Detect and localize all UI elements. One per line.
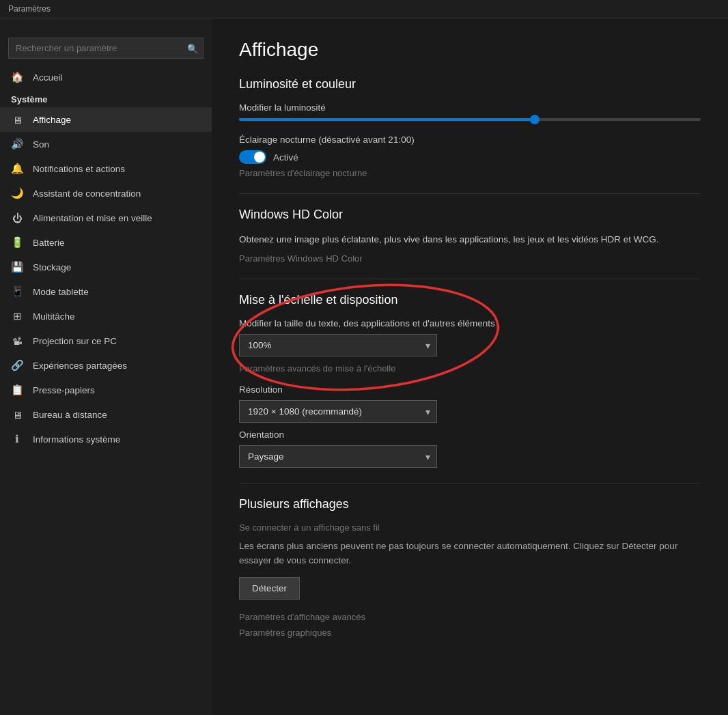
sidebar: 🔍 🏠 Accueil Système 🖥 Affichage 🔊 Son 🔔 …	[0, 18, 212, 715]
sidebar-item-projection[interactable]: 📽 Projection sur ce PC	[0, 328, 212, 353]
remote-icon: 🖥	[11, 408, 23, 421]
sidebar-item-presse[interactable]: 📋 Presse-papiers	[0, 378, 212, 402]
sidebar-item-affichage[interactable]: 🖥 Affichage	[0, 107, 212, 132]
search-icon: 🔍	[187, 43, 198, 53]
storage-icon: 💾	[11, 261, 23, 273]
taille-select-wrapper: 100% 125% 150% 175% ▾	[239, 334, 437, 356]
sidebar-notifications-label: Notifications et actions	[33, 164, 125, 174]
tablet-icon: 📱	[11, 285, 23, 298]
sidebar-informations-label: Informations système	[33, 434, 120, 445]
sidebar-header	[0, 18, 212, 35]
main-content: Affichage Luminosité et couleur Modifier…	[212, 18, 728, 715]
sidebar-presse-label: Presse-papiers	[33, 385, 95, 395]
sound-icon: 🔊	[11, 138, 23, 150]
sidebar-alimentation-label: Alimentation et mise en veille	[33, 213, 152, 223]
parametres-avances-link[interactable]: Paramètres avancés de mise à l'échelle	[239, 363, 701, 374]
sidebar-batterie-label: Batterie	[33, 238, 65, 248]
sidebar-item-stockage[interactable]: 💾 Stockage	[0, 255, 212, 279]
moon-icon: 🌙	[11, 187, 23, 199]
home-icon: 🏠	[11, 71, 23, 83]
display-icon: 🖥	[11, 113, 23, 126]
section-hd-title: Windows HD Color	[239, 208, 701, 222]
sidebar-projection-label: Projection sur ce PC	[33, 336, 117, 346]
sidebar-affichage-label: Affichage	[33, 115, 71, 125]
page-title: Affichage	[239, 39, 701, 61]
section-echelle-title: Mise à l'échelle et disposition	[239, 293, 701, 307]
section-luminosite: Luminosité et couleur Modifier la lumino…	[239, 77, 701, 178]
parametres-eclairage-link[interactable]: Paramètres d'éclairage nocturne	[239, 168, 701, 178]
multitask-icon: ⊞	[11, 310, 23, 322]
sidebar-section-label: Système	[0, 87, 212, 107]
sidebar-item-informations[interactable]: ℹ Informations système	[0, 427, 212, 451]
sidebar-item-bureau[interactable]: 🖥 Bureau à distance	[0, 402, 212, 427]
sidebar-item-assistant[interactable]: 🌙 Assistant de concentration	[0, 181, 212, 206]
connecter-label[interactable]: Se connecter à un affichage sans fil	[239, 522, 701, 533]
eclairage-label: Éclairage nocturne (désactivé avant 21:0…	[239, 135, 701, 145]
section-echelle: Mise à l'échelle et disposition Modifier…	[239, 293, 701, 468]
sidebar-item-notifications[interactable]: 🔔 Notifications et actions	[0, 156, 212, 181]
taille-label: Modifier la taille du texte, des applica…	[239, 318, 701, 328]
orientation-select-wrapper: Paysage Portrait Paysage (renversé) Port…	[239, 445, 437, 468]
battery-icon: 🔋	[11, 236, 23, 249]
title-bar-label: Paramètres	[8, 4, 51, 14]
parametres-affichage-link[interactable]: Paramètres d'affichage avancés	[239, 612, 701, 622]
sidebar-item-son[interactable]: 🔊 Son	[0, 132, 212, 156]
orientation-select[interactable]: Paysage Portrait Paysage (renversé) Port…	[239, 445, 437, 468]
parametres-hd-link[interactable]: Paramètres Windows HD Color	[239, 253, 701, 264]
resolution-select-wrapper: 1920 × 1080 (recommandé) 1600 × 900 1280…	[239, 400, 437, 423]
sidebar-assistant-label: Assistant de concentration	[33, 188, 141, 199]
section-multi-title: Plusieurs affichages	[239, 497, 701, 511]
multi-description: Les écrans plus anciens peuvent ne pas t…	[239, 539, 701, 567]
projection-icon: 📽	[11, 335, 23, 347]
power-icon: ⏻	[11, 212, 23, 224]
info-icon: ℹ	[11, 433, 23, 445]
orientation-label: Orientation	[239, 430, 701, 440]
sidebar-experiences-label: Expériences partagées	[33, 361, 127, 371]
sidebar-item-batterie[interactable]: 🔋 Batterie	[0, 230, 212, 255]
section-multi-affichage: Plusieurs affichages Se connecter à un a…	[239, 497, 701, 638]
title-bar: Paramètres	[0, 0, 728, 18]
sidebar-item-tablette[interactable]: 📱 Mode tablette	[0, 279, 212, 304]
sidebar-item-home[interactable]: 🏠 Accueil	[0, 67, 212, 87]
section-luminosite-title: Luminosité et couleur	[239, 77, 701, 92]
sidebar-stockage-label: Stockage	[33, 262, 71, 272]
resolution-label: Résolution	[239, 384, 701, 395]
notification-icon: 🔔	[11, 163, 23, 175]
slider-label: Modifier la luminosité	[239, 102, 701, 113]
share-icon: 🔗	[11, 359, 23, 371]
search-box: 🔍	[8, 38, 204, 59]
detecter-button[interactable]: Détecter	[239, 577, 300, 600]
sidebar-item-multitache[interactable]: ⊞ Multitâche	[0, 304, 212, 328]
sidebar-son-label: Son	[33, 139, 49, 150]
taille-select[interactable]: 100% 125% 150% 175%	[239, 334, 437, 356]
clipboard-icon: 📋	[11, 384, 23, 396]
sidebar-item-alimentation[interactable]: ⏻ Alimentation et mise en veille	[0, 206, 212, 230]
sidebar-tablette-label: Mode tablette	[33, 287, 89, 297]
parametres-graphiques-link[interactable]: Paramètres graphiques	[239, 628, 701, 638]
brightness-slider[interactable]	[239, 118, 701, 121]
search-input[interactable]	[8, 38, 204, 59]
sidebar-bureau-label: Bureau à distance	[33, 410, 107, 420]
toggle-label: Activé	[273, 152, 298, 163]
hd-description: Obtenez une image plus éclatante, plus v…	[239, 233, 701, 247]
section-hd: Windows HD Color Obtenez une image plus …	[239, 208, 701, 264]
eclairage-toggle-row: Activé	[239, 150, 701, 164]
resolution-select[interactable]: 1920 × 1080 (recommandé) 1600 × 900 1280…	[239, 400, 437, 423]
eclairage-toggle[interactable]	[239, 150, 266, 164]
sidebar-home-label: Accueil	[33, 72, 63, 83]
toggle-thumb	[254, 152, 265, 163]
sidebar-multitache-label: Multitâche	[33, 311, 75, 322]
sidebar-item-experiences[interactable]: 🔗 Expériences partagées	[0, 353, 212, 378]
